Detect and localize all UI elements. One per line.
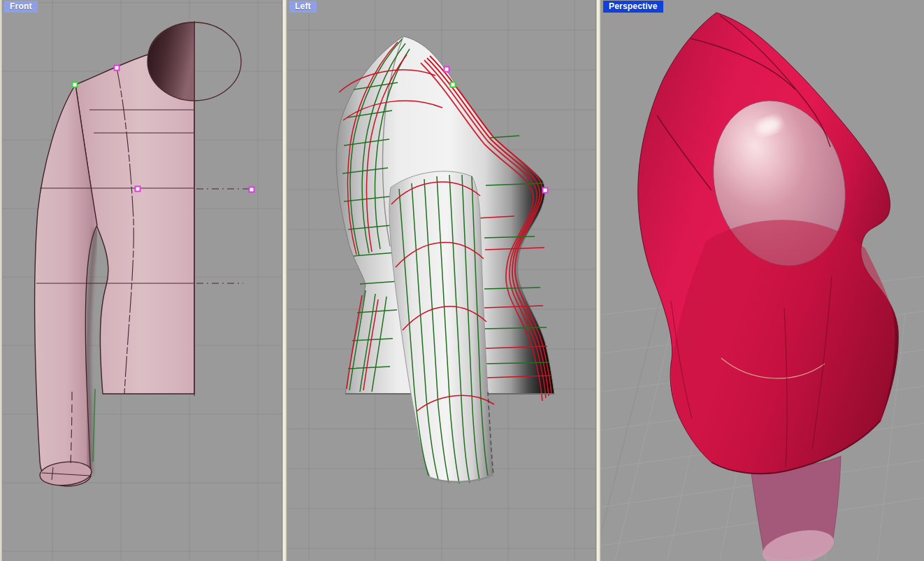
control-point[interactable]	[451, 83, 456, 87]
viewport-front[interactable]: Front	[2, 0, 282, 561]
viewport-title: Front	[10, 1, 32, 11]
control-point[interactable]	[543, 188, 548, 193]
viewport-divider-1[interactable]	[282, 0, 287, 561]
modeling-viewport-area: Front	[0, 0, 924, 561]
perspective-canvas[interactable]	[601, 0, 924, 561]
control-point[interactable]	[250, 187, 254, 192]
viewport-left[interactable]: Left	[287, 0, 595, 561]
viewport-divider-2[interactable]	[595, 0, 601, 561]
control-point[interactable]	[445, 67, 449, 72]
front-canvas[interactable]	[2, 0, 282, 561]
viewport-perspective[interactable]: Perspective	[601, 0, 924, 561]
front-garment	[35, 21, 257, 488]
control-point[interactable]	[115, 66, 120, 71]
left-canvas[interactable]	[287, 0, 595, 561]
viewport-label-front[interactable]: Front	[4, 1, 38, 13]
control-point[interactable]	[136, 187, 140, 192]
left-sleeve	[389, 171, 494, 483]
viewport-label-perspective[interactable]: Perspective	[603, 1, 663, 13]
control-point[interactable]	[73, 83, 78, 87]
viewport-title: Perspective	[609, 1, 658, 11]
rendered-garment	[638, 13, 899, 561]
viewport-label-left[interactable]: Left	[289, 1, 317, 13]
viewport-title: Left	[295, 1, 311, 11]
